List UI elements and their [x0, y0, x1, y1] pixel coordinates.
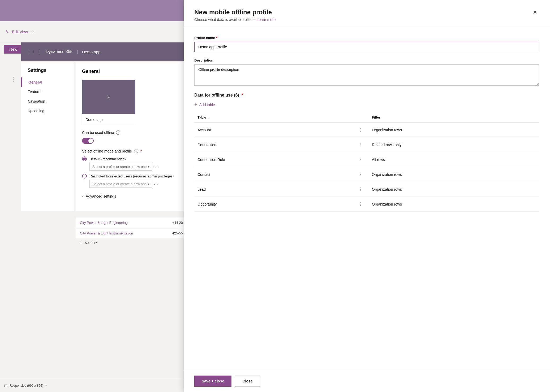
connection-role-filter: All rows	[369, 152, 539, 167]
grid-icon: ⋮⋮⋮	[25, 49, 41, 55]
edit-view-bar: ✎ Edit view ···	[0, 21, 186, 42]
opportunity-row-dots-button[interactable]: ⋮	[356, 201, 366, 208]
app-card: 🖼 Demo app	[82, 80, 135, 125]
modal-title: New mobile offline profile	[194, 8, 276, 16]
offline-label: Can be used offline i	[82, 130, 181, 135]
add-table-button[interactable]: + Add table	[194, 102, 215, 107]
restricted-radio-option: Restricted to selected users (requires a…	[82, 174, 181, 188]
d365-separator: |	[77, 50, 78, 54]
modal-overlay: New mobile offline profile Choose what d…	[184, 0, 550, 392]
city-power-engineering-link[interactable]: City Power & Light Engineering	[80, 221, 128, 225]
toggle-container	[82, 138, 181, 144]
advanced-settings[interactable]: ▾ Advanced settings	[82, 194, 181, 198]
connection-filter: Related rows only	[369, 137, 539, 152]
connection-row-dots-button[interactable]: ⋮	[356, 141, 366, 148]
general-panel: General 🖼 Demo app Can be used offline i…	[76, 62, 187, 211]
modal-subtitle-text: Choose what data is available offline.	[194, 18, 256, 22]
sidebar-item-upcoming[interactable]: Upcoming	[21, 106, 74, 116]
new-button[interactable]: New	[4, 45, 23, 54]
sidebar-item-navigation[interactable]: Navigation	[21, 97, 74, 106]
modal-close-icon[interactable]: ✕	[531, 8, 539, 16]
city-power-instrumentation-phone: 425-55	[172, 231, 183, 235]
restricted-dropdown-arrow: ▾	[148, 182, 149, 185]
default-profile-row: Select a profile or create a new one ▾ ·…	[89, 163, 181, 171]
radio-group: Default (recommended) Select a profile o…	[82, 156, 181, 188]
mode-required-star: *	[140, 149, 142, 153]
contact-filter: Organization rows	[369, 167, 539, 182]
table-row-dots: ⋮	[353, 122, 369, 137]
select-mode-text: Select offline mode and profile	[82, 149, 132, 153]
restricted-radio-btn[interactable]	[82, 174, 87, 178]
edit-view-text[interactable]: Edit view	[12, 29, 28, 34]
responsive-chevron-icon: ▾	[45, 384, 47, 387]
offline-label-text: Can be used offline	[82, 130, 114, 135]
mode-info-icon[interactable]: i	[134, 149, 138, 153]
table-row: Connection Role ⋮ All rows	[194, 152, 539, 167]
modal-footer: Save + close Close	[184, 370, 550, 392]
connection-role-row-dots-button[interactable]: ⋮	[356, 156, 366, 163]
data-section-required: *	[241, 93, 243, 98]
table-row: Lead ⋮ Organization rows	[194, 182, 539, 197]
close-button[interactable]: Close	[235, 376, 260, 387]
offline-data-table: Table ↑ Filter Account ⋮ Organization ro…	[194, 113, 539, 212]
restricted-more-dots[interactable]: ···	[154, 182, 159, 186]
table-row: Contact ⋮ Organization rows	[194, 167, 539, 182]
default-radio-btn[interactable]	[82, 156, 87, 161]
table-row-dots: ⋮	[353, 152, 369, 167]
d365-header: ⋮⋮⋮ Dynamics 365 | Demo app	[21, 42, 186, 61]
table-col-table[interactable]: Table ↑	[194, 113, 353, 122]
responsive-bar: ⊡ Responsive (995 x 825) ▾	[0, 379, 186, 392]
opportunity-filter: Organization rows	[369, 197, 539, 212]
d365-title[interactable]: Dynamics 365	[46, 49, 72, 54]
table-name-account: Account	[194, 122, 353, 137]
save-close-button[interactable]: Save + close	[194, 376, 231, 387]
sidebar-item-features[interactable]: Features	[21, 87, 74, 97]
table-row-dots: ⋮	[353, 167, 369, 182]
table-name-connection: Connection	[194, 137, 353, 152]
account-filter: Organization rows	[369, 122, 539, 137]
table-row: City Power & Light Instrumentation 425-5…	[76, 228, 187, 239]
description-textarea[interactable]: Offline profile description	[194, 64, 539, 86]
lead-row-dots-button[interactable]: ⋮	[356, 186, 366, 193]
profile-name-input[interactable]	[194, 42, 539, 52]
default-dropdown-arrow: ▾	[148, 165, 149, 168]
responsive-text: Responsive (995 x 825)	[10, 384, 43, 387]
restricted-dropdown-text: Select a profile or create a new one	[92, 182, 147, 186]
table-row-dots: ⋮	[353, 182, 369, 197]
data-section-title: Data for offline use (6) *	[194, 93, 539, 98]
contact-row-dots-button[interactable]: ⋮	[356, 171, 366, 178]
table-row-dots: ⋮	[353, 197, 369, 212]
plus-icon: +	[194, 102, 197, 107]
default-more-dots[interactable]: ···	[154, 165, 159, 169]
offline-info-icon[interactable]: i	[116, 130, 120, 135]
side-dots: ···	[11, 77, 17, 83]
lead-filter: Organization rows	[369, 182, 539, 197]
table-name-opportunity: Opportunity	[194, 197, 353, 212]
modal-header-content: New mobile offline profile Choose what d…	[194, 8, 276, 22]
table-name-contact: Contact	[194, 167, 353, 182]
learn-more-link[interactable]: Learn more	[257, 18, 276, 22]
select-mode-label: Select offline mode and profile i *	[82, 149, 181, 153]
restricted-profile-row: Select a profile or create a new one ▾ ·…	[89, 180, 181, 188]
default-profile-dropdown[interactable]: Select a profile or create a new one ▾	[89, 163, 152, 171]
profile-name-required: *	[216, 36, 217, 40]
table-row-dots: ⋮	[353, 137, 369, 152]
default-dropdown-text: Select a profile or create a new one	[92, 165, 147, 169]
offline-toggle[interactable]	[82, 138, 94, 144]
city-power-instrumentation-link[interactable]: City Power & Light Instrumentation	[80, 231, 133, 235]
d365-app-name[interactable]: Demo app	[82, 50, 100, 54]
restricted-profile-dropdown[interactable]: Select a profile or create a new one ▾	[89, 180, 152, 188]
pencil-icon: ✎	[5, 29, 9, 34]
default-radio-label: Default (recommended)	[89, 157, 126, 161]
bottom-table-rows: City Power & Light Engineering +44 20 Ci…	[76, 217, 187, 239]
edit-view-more-dots[interactable]: ···	[31, 29, 36, 34]
table-col-label: Table	[197, 115, 206, 119]
app-card-name: Demo app	[82, 114, 135, 125]
sidebar-item-general[interactable]: General	[21, 77, 74, 87]
modal-body: Profile name * Description Offline profi…	[184, 27, 550, 370]
city-power-engineering-phone: +44 20	[172, 221, 183, 225]
advanced-settings-text: Advanced settings	[86, 194, 116, 198]
table-col-actions	[353, 113, 369, 122]
account-row-dots-button[interactable]: ⋮	[356, 126, 366, 133]
table-row: Account ⋮ Organization rows	[194, 122, 539, 137]
